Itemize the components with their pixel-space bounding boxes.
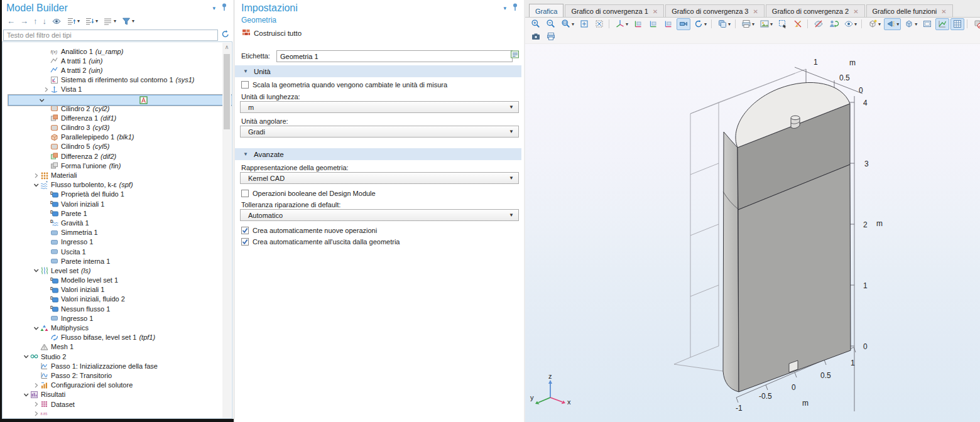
move-up-icon[interactable]: ↑ — [31, 15, 40, 27]
close-icon[interactable]: ✕ — [853, 8, 858, 15]
expand-arrow[interactable] — [21, 392, 30, 398]
type-filter-input[interactable] — [3, 30, 218, 41]
checkbox-unchecked[interactable] — [241, 81, 249, 89]
tree-item[interactable]: DGravità 1 — [3, 218, 222, 227]
show-icon[interactable] — [50, 15, 63, 27]
select-box-icon[interactable] — [776, 18, 790, 30]
tree-item[interactable]: 8.85 — [3, 409, 222, 418]
default-view-icon[interactable]: ▾ — [613, 18, 630, 30]
expand-arrow[interactable] — [31, 401, 40, 407]
view-yz-icon[interactable] — [646, 18, 660, 30]
section-units[interactable]: ▼ Unità — [235, 65, 521, 77]
expand-arrow[interactable] — [37, 97, 46, 103]
tree-item[interactable]: Ingresso 1 — [3, 313, 222, 323]
reset-hiding-icon[interactable] — [827, 18, 841, 30]
tree-item[interactable]: DValori iniziali, fluido 2 — [3, 295, 222, 304]
tab-grafico-di-convergenza-3[interactable]: Grafico di convergenza 3✕ — [665, 4, 765, 18]
angular-unit-select[interactable]: Gradi▼ — [240, 126, 519, 138]
tree-item[interactable]: Forma l'unione(fin) — [3, 161, 222, 170]
view-frame-icon[interactable] — [920, 18, 934, 30]
filter-icon[interactable]: ▾ — [119, 15, 136, 27]
spotlight-icon[interactable]: ▾ — [884, 18, 901, 30]
scroll-up-icon[interactable]: ∧ — [222, 43, 231, 50]
tree-item[interactable]: Cilindro 5(cyl5) — [3, 142, 222, 151]
scene-light-icon[interactable]: ▾ — [866, 18, 883, 30]
tree-item[interactable]: f(x)Analitico 1(u_ramp) — [3, 46, 222, 56]
edit-label-icon[interactable] — [509, 49, 520, 62]
expand-arrow[interactable] — [31, 382, 40, 388]
zoom-in-icon[interactable] — [529, 18, 543, 30]
print-image-icon[interactable]: ▾ — [739, 18, 756, 30]
tree-item[interactable]: A tratti 1(uin) — [3, 56, 222, 65]
boolean-operations-checkbox[interactable]: Operazioni booleane del Design Module — [241, 190, 376, 197]
zoom-extents-icon[interactable] — [577, 18, 591, 30]
build-all-button[interactable]: Costruisci tutto — [235, 24, 524, 38]
show-axis-icon[interactable] — [935, 18, 949, 30]
tree-item[interactable]: Mesh 1 — [3, 342, 222, 352]
length-unit-select[interactable]: m▼ — [240, 101, 519, 113]
tab-grafica[interactable]: Grafica — [529, 4, 564, 18]
tree-item[interactable]: DParete 1 — [3, 208, 222, 218]
print-graphics-icon[interactable] — [544, 31, 558, 43]
zoom-out-icon[interactable] — [544, 18, 558, 30]
tree-item[interactable]: Dataset — [3, 399, 222, 409]
expand-arrow[interactable] — [31, 325, 40, 331]
representation-select[interactable]: Kernel CAD▼ — [240, 172, 519, 184]
expand-arrow[interactable] — [31, 173, 40, 178]
tree-item[interactable]: Differenza 1(dif1) — [3, 113, 222, 122]
tree-item[interactable]: Vista 1 — [3, 85, 222, 94]
scrollbar-thumb[interactable] — [224, 54, 230, 129]
pin-icon[interactable] — [220, 3, 228, 14]
panel-menu-icon[interactable]: ▾ — [503, 5, 506, 11]
clear-color-icon[interactable] — [971, 18, 980, 30]
tree-item[interactable]: Uscita 1 — [3, 247, 222, 256]
image-snapshot-icon[interactable]: ▾ — [758, 18, 775, 30]
refresh-icon[interactable] — [220, 29, 231, 41]
auto-exit-checkbox[interactable]: Crea automaticamente all'uscita dalla ge… — [241, 238, 400, 246]
graphics-canvas[interactable]: 1 m 0.5 0 4 3 2 m 1 0 1 0.5 0 -0.5 -1 m … — [525, 44, 980, 422]
section-advanced[interactable]: ▼ Avanzate — [235, 148, 521, 160]
panel-menu-icon[interactable]: ▾ — [212, 5, 215, 11]
zoom-to-selection-icon[interactable] — [592, 18, 606, 30]
tree-item[interactable]: Simmetria 1 — [3, 228, 222, 237]
screenshot-icon[interactable] — [529, 31, 543, 43]
close-icon[interactable]: ✕ — [653, 8, 658, 15]
collapse-all-icon[interactable]: ▾ — [65, 15, 82, 27]
hide-objects-icon[interactable] — [812, 18, 825, 30]
tab-grafico-di-convergenza-1[interactable]: Grafico di convergenza 1✕ — [565, 4, 664, 18]
tree-item[interactable]: Risultati — [3, 390, 222, 399]
tree-item[interactable]: Cilindro 3(cyl3) — [3, 123, 222, 133]
tree-item[interactable]: Sistema di riferimento sul contorno 1(sy… — [3, 75, 222, 85]
tree-item[interactable]: DValori iniziali 1 — [3, 285, 222, 295]
tree-scrollbar[interactable]: ∧ — [222, 43, 231, 419]
show-grid-icon[interactable] — [950, 18, 964, 30]
tolerance-select[interactable]: Automatico▼ — [240, 209, 519, 221]
transparency-icon[interactable]: ▾ — [716, 18, 732, 30]
close-icon[interactable]: ✕ — [753, 8, 758, 15]
rotate-view-icon[interactable]: ▾ — [692, 18, 709, 30]
tree-item[interactable]: Flusso bifase, level set 1(tpf1) — [3, 333, 222, 342]
tab-grafico-di-convergenza-2[interactable]: Grafico di convergenza 2✕ — [766, 4, 865, 18]
tree-item[interactable]: DProprietà del fluido 1 — [3, 190, 222, 199]
tree-item[interactable]: Geometria 1 — [8, 94, 232, 106]
auto-new-operations-checkbox[interactable]: Crea automaticamente nuove operazioni — [241, 227, 377, 234]
view-visibility-icon[interactable]: ▾ — [842, 18, 859, 30]
tree-item[interactable]: DModello level set 1 — [3, 276, 222, 285]
tree-item[interactable]: Parallelepipedo 1(blk1) — [3, 133, 222, 142]
tree-item[interactable]: Level set(ls) — [3, 266, 222, 275]
perspective-icon[interactable] — [677, 18, 690, 30]
checkbox-checked[interactable] — [241, 238, 249, 246]
model-tree-options-icon[interactable]: ▾ — [101, 15, 118, 27]
tree-item[interactable]: Studio 2 — [3, 352, 222, 361]
tab-grafico-delle-funzioni[interactable]: Grafico delle funzioni✕ — [866, 4, 953, 18]
close-icon[interactable]: ✕ — [941, 8, 946, 15]
zoom-box-icon[interactable]: ▾ — [559, 18, 576, 30]
view-xy-icon[interactable] — [631, 18, 645, 30]
expand-arrow[interactable] — [31, 182, 40, 188]
go-forward-icon[interactable]: → — [18, 15, 30, 27]
tree-item[interactable]: Passo 1: Inizializzazione della fase — [3, 361, 222, 371]
tree-item[interactable]: *Flusso turbolento, k-ε(spf) — [3, 180, 222, 190]
expand-arrow[interactable] — [21, 354, 30, 359]
expand-all-icon[interactable]: ▾ — [83, 15, 100, 27]
view-xz-icon[interactable] — [662, 18, 675, 30]
